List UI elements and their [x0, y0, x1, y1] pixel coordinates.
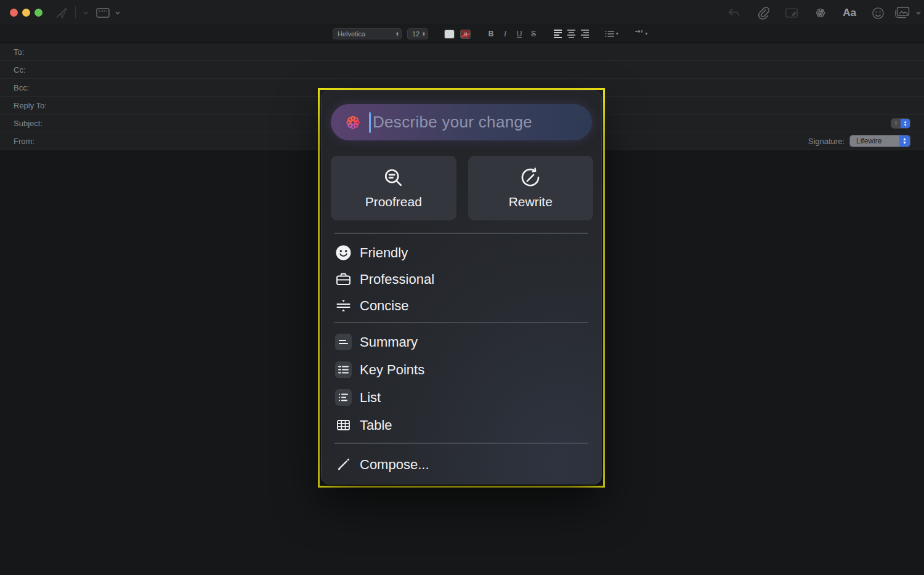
priority-select[interactable]: ! ▲▼ [891, 118, 910, 129]
divider [334, 322, 588, 323]
reply-to-label: Reply To: [14, 101, 47, 110]
table-label: Table [360, 417, 392, 433]
bullet-list-icon [335, 361, 352, 378]
mail-compose-window: Aa Helvetica [0, 0, 924, 575]
compress-lines-icon [335, 297, 352, 314]
background-color-well[interactable] [444, 30, 455, 39]
priority-value: ! [891, 119, 901, 128]
format-text-label: Aa [843, 7, 856, 19]
toolbar-divider [75, 6, 76, 18]
align-left-button[interactable] [554, 30, 562, 38]
menu-item-friendly[interactable]: Friendly [331, 239, 593, 266]
photo-browser-icon[interactable] [894, 5, 910, 21]
subject-label: Subject: [14, 119, 43, 128]
briefcase-icon [335, 271, 352, 288]
menu-item-professional[interactable]: Professional [331, 266, 593, 292]
divider [334, 233, 588, 234]
professional-label: Professional [360, 271, 434, 288]
underline-button[interactable]: U [515, 30, 524, 38]
list-label: List [360, 390, 381, 406]
bold-button[interactable]: B [487, 30, 495, 38]
close-window-button[interactable] [10, 9, 18, 17]
table-grid-icon [335, 417, 352, 433]
writing-tools-popup: Describe your change Proofread Rewrite [321, 90, 602, 485]
strikethrough-button[interactable]: S [529, 30, 538, 38]
format-bar: Helvetica ▲▼ 12 ▲▼ a B I U S [0, 25, 924, 42]
stepper-icon: ▲▼ [901, 119, 910, 128]
indent-button[interactable]: ▾ [634, 30, 648, 38]
align-center-button[interactable] [567, 30, 575, 38]
dotted-list-icon [335, 389, 352, 406]
apple-intelligence-icon [344, 113, 362, 132]
emoji-icon[interactable] [870, 5, 886, 21]
menu-item-summary[interactable]: Summary [331, 329, 593, 355]
circular-pencil-icon [519, 167, 541, 189]
font-family-select[interactable]: Helvetica ▲▼ [333, 28, 402, 39]
input-placeholder: Describe your change [373, 113, 532, 132]
signature-select[interactable]: Lifewire ▲▼ [849, 135, 910, 147]
to-label: To: [14, 47, 24, 57]
pencil-icon [335, 456, 352, 473]
menu-item-concise[interactable]: Concise [331, 292, 593, 319]
align-right-button[interactable] [581, 30, 589, 38]
bcc-label: Bcc: [14, 83, 29, 92]
text-caret [369, 112, 371, 133]
divider [334, 443, 588, 444]
describe-change-input[interactable]: Describe your change [331, 104, 592, 140]
font-family-value: Helvetica [338, 30, 365, 38]
menu-item-compose[interactable]: Compose... [331, 451, 593, 478]
font-size-select[interactable]: 12 ▲▼ [407, 28, 428, 39]
italic-button[interactable]: I [501, 30, 509, 39]
font-color-letter: a [463, 30, 467, 38]
rewrite-button[interactable]: Rewrite [468, 156, 594, 220]
smiley-icon [335, 244, 352, 261]
summary-lines-icon [335, 334, 352, 350]
to-field[interactable]: To: [0, 43, 924, 61]
stepper-icon: ▲▼ [422, 31, 426, 36]
stepper-icon: ▲▼ [899, 135, 910, 147]
zoom-window-button[interactable] [34, 9, 43, 17]
proofread-button[interactable]: Proofread [331, 156, 456, 220]
chevron-down-icon[interactable] [110, 5, 126, 21]
format-text-icon[interactable]: Aa [841, 5, 857, 21]
cc-label: Cc: [14, 65, 26, 74]
list-style-button[interactable]: ▾ [605, 30, 618, 38]
undo-icon[interactable] [726, 5, 742, 21]
attach-icon[interactable] [755, 5, 771, 21]
signature-value: Lifewire [850, 135, 899, 147]
menu-item-table[interactable]: Table [331, 412, 593, 438]
header-fields-icon[interactable] [95, 5, 111, 21]
magnifier-lines-icon [383, 167, 405, 189]
markup-icon[interactable] [784, 5, 800, 21]
summary-label: Summary [360, 334, 418, 350]
proofread-label: Proofread [365, 195, 422, 209]
send-icon[interactable] [54, 5, 70, 21]
key-points-label: Key Points [360, 362, 424, 378]
writing-tools-icon[interactable] [813, 5, 829, 21]
minimize-window-button[interactable] [22, 9, 30, 17]
chevron-down-icon[interactable] [78, 5, 94, 21]
concise-label: Concise [360, 298, 408, 314]
cc-field[interactable]: Cc: [0, 61, 924, 79]
font-color-well[interactable]: a [460, 30, 471, 39]
signature-label: Signature: [808, 137, 845, 146]
rewrite-label: Rewrite [509, 195, 553, 209]
menu-item-list[interactable]: List [331, 384, 593, 411]
menu-item-key-points[interactable]: Key Points [331, 356, 593, 383]
stepper-icon: ▲▼ [395, 31, 399, 36]
titlebar: Aa [0, 0, 924, 25]
chevron-down-icon[interactable] [910, 5, 924, 21]
friendly-label: Friendly [360, 245, 408, 261]
compose-label: Compose... [360, 457, 429, 473]
from-label: From: [14, 137, 34, 146]
font-size-value: 12 [412, 30, 419, 38]
